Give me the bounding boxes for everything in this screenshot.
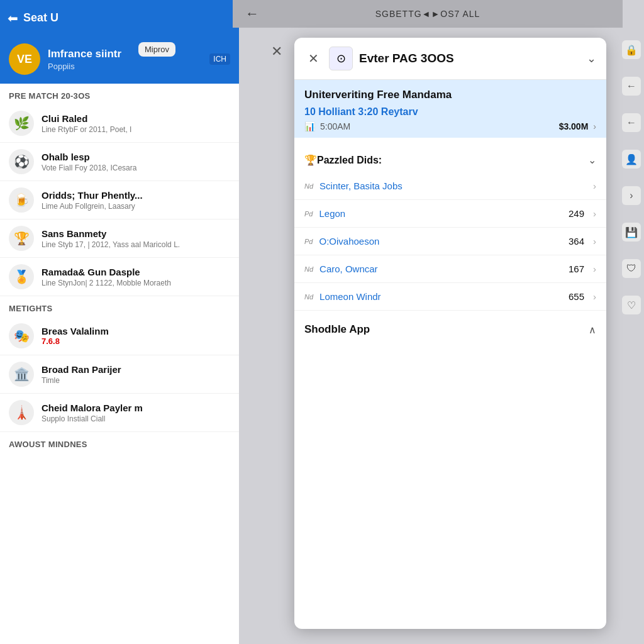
nav-row-count: 655 [569, 291, 584, 302]
nav-row-prefix: Nd [304, 265, 313, 273]
pazzled-nav-row[interactable]: Pd Legon 249 › [294, 200, 606, 228]
metight-list: 🎭 Breas Valalinm 7.6.8 🏛️ Broad Ran Pari… [0, 317, 239, 432]
shodble-title: Shodble App [304, 323, 370, 336]
nav-row-prefix: Pd [304, 210, 313, 218]
list-item-text: Ohalb lesp Vote Fiall Foy 2018, ICesara [42, 152, 230, 172]
user-header: VE Imfrance siintr Poppiis ICH [0, 36, 239, 84]
pazzled-chevron-icon[interactable]: ⌄ [588, 154, 596, 166]
user-subtitle: Poppiis [48, 62, 121, 71]
metight-item-subtitle: 7.6.8 [42, 336, 230, 346]
list-item-logo: ⚽ [9, 149, 34, 174]
list-item-subtitle: Lime Aub Follgrein, Laasary [42, 202, 230, 211]
list-item[interactable]: 🍺 Oridds; Thur Phently... Lime Aub Follg… [0, 181, 239, 219]
nav-row-count: 249 [569, 208, 584, 219]
nav-row-arrow-icon: › [593, 264, 596, 274]
background-app: ⬅ Seat U Miprov VE Imfrance siintr Poppi… [0, 0, 239, 644]
featured-time: 5:00AM [320, 121, 350, 131]
bg-back-icon[interactable]: ⬅ [8, 11, 18, 26]
list-item-subtitle: Vote Fiall Foy 2018, ICesara [42, 164, 230, 172]
pazzled-section-header: 🏆Pazzled Dids: ⌄ [294, 145, 606, 172]
miprov-badge[interactable]: Miprov [138, 42, 175, 57]
status-bar: ← SGBETTG◄►OS7 ALL [233, 0, 623, 28]
list-item-logo: 🍺 [9, 187, 34, 213]
metight-item[interactable]: 🎭 Breas Valalinm 7.6.8 [0, 317, 239, 355]
lock-icon[interactable]: 🔒 [622, 40, 641, 59]
user-name: Imfrance siintr [48, 48, 121, 60]
metight-item-logo: 🗼 [9, 400, 34, 425]
metight-item-text: Breas Valalinm 7.6.8 [42, 326, 230, 346]
right-icons-panel: 🔒 ← ← 👤 › 💾 🛡 ♡ [619, 28, 644, 644]
metight-item-subtitle: Supplo Instiall Ciall [42, 414, 230, 423]
pazzled-nav-row[interactable]: Nd Lomeon Windr 655 › [294, 283, 606, 311]
list-item-title: Sans Banmety [42, 228, 230, 239]
featured-price: $3.00M [559, 121, 589, 131]
shodble-section-header[interactable]: Shodble App ∧ [294, 314, 606, 342]
pazzled-nav-row[interactable]: Nd Scinter, Basita Jobs › [294, 172, 606, 200]
list-item-title: Ohalb lesp [42, 152, 230, 162]
metight-item-title: Broad Ran Parijer [42, 364, 230, 375]
list-item[interactable]: 🏆 Sans Banmety Line Styb 17, | 2012, Yas… [0, 219, 239, 258]
modal-panel: ✕ ⊙ Evter PAG 3OOS ⌄ Uniterveriting Free… [294, 38, 606, 629]
metight-item-text: Broad Ran Parijer Timle [42, 364, 230, 385]
nav-row-arrow-icon: › [593, 291, 596, 302]
list-item-text: Sans Banmety Line Styb 17, | 2012, Yass … [42, 228, 230, 249]
back2-icon[interactable]: ← [622, 113, 641, 132]
bg-app-title: Seat U [23, 11, 58, 25]
nav-row-prefix: Nd [304, 182, 313, 190]
metight-item-text: Cheid Malora Payler m Supplo Instiall Ci… [42, 402, 230, 423]
list-item-title: Oridds; Thur Phently... [42, 190, 230, 201]
metight-item-logo: 🎭 [9, 323, 34, 348]
awoust-label: AWOUST MINDNES [0, 432, 239, 453]
list-item-text: Ramada& Gun Dasple Line StynJon| 2 1122,… [42, 267, 230, 287]
metight-item[interactable]: 🗼 Cheid Malora Payler m Supplo Instiall … [0, 394, 239, 432]
list-item-text: Oridds; Thur Phently... Lime Aub Follgre… [42, 190, 230, 211]
save-icon[interactable]: 💾 [622, 223, 641, 242]
pazzled-nav-row[interactable]: Pd O:Oivahoeson 364 › [294, 228, 606, 255]
metight-item-logo: 🏛️ [9, 362, 34, 387]
list-item[interactable]: 🏅 Ramada& Gun Dasple Line StynJon| 2 112… [0, 258, 239, 296]
list-item[interactable]: ⚽ Ohalb lesp Vote Fiall Foy 2018, ICesar… [0, 143, 239, 181]
metight-item-subtitle: Timle [42, 376, 230, 385]
list-item-text: Clui Raled Line RtybF or 2011, Poet, I [42, 113, 230, 134]
metight-item-title: Breas Valalinm [42, 326, 230, 336]
modal-body: Uniterveriting Free Mandama 10 Holliant … [294, 80, 606, 629]
featured-subtitle[interactable]: 10 Holliant 3:20 Reytarv [304, 106, 596, 118]
list-item-subtitle: Line Styb 17, | 2012, Yass aal Maricold … [42, 240, 230, 249]
forward-icon[interactable]: › [622, 186, 641, 205]
pazzled-title: 🏆Pazzled Dids: [304, 154, 382, 166]
featured-row-arrow[interactable]: › [593, 121, 596, 131]
pazzled-nav-row[interactable]: Nd Caro, Owncar 167 › [294, 255, 606, 283]
pre-match-label: PRE MATCH 20-3OS [0, 84, 239, 104]
nav-row-label: Lomeon Windr [319, 291, 566, 302]
user-badge: ICH [209, 53, 230, 65]
heart-icon[interactable]: ♡ [622, 296, 641, 314]
nav-row-label: Legon [319, 208, 566, 219]
status-back-arrow[interactable]: ← [245, 6, 259, 22]
modal-title: Evter PAG 3OOS [359, 52, 580, 65]
modal-chevron-icon[interactable]: ⌄ [587, 52, 596, 65]
nav-row-prefix: Pd [304, 238, 313, 245]
nav-row-prefix: Nd [304, 293, 313, 301]
list-item[interactable]: 🌿 Clui Raled Line RtybF or 2011, Poet, I [0, 104, 239, 143]
shield-icon[interactable]: 🛡 [622, 259, 641, 278]
modal-header: ✕ ⊙ Evter PAG 3OOS ⌄ [294, 38, 606, 80]
featured-chart-icon: 📊 [304, 121, 315, 131]
metights-label: METIGHTS [0, 296, 239, 317]
list-item-logo: 🏅 [9, 264, 34, 289]
user-icon[interactable]: 👤 [622, 150, 641, 169]
list-item-logo: 🌿 [9, 111, 34, 136]
list-item-title: Ramada& Gun Dasple [42, 267, 230, 277]
metight-item-title: Cheid Malora Payler m [42, 402, 230, 413]
modal-logo: ⊙ [329, 47, 353, 70]
metight-item[interactable]: 🏛️ Broad Ran Parijer Timle [0, 355, 239, 394]
nav-row-arrow-icon: › [593, 208, 596, 219]
nav-row-label: O:Oivahoeson [319, 236, 566, 247]
bg-close-button[interactable]: ✕ [263, 38, 291, 65]
bg-top-bar: ⬅ Seat U [0, 0, 239, 36]
featured-title: Uniterveriting Free Mandama [304, 89, 596, 101]
shodble-chevron-icon[interactable]: ∧ [589, 324, 596, 336]
featured-row: 📊 5:00AM $3.00M › [304, 121, 596, 131]
pazzled-rows: Nd Scinter, Basita Jobs › Pd Legon 249 ›… [294, 172, 606, 311]
modal-close-button[interactable]: ✕ [304, 50, 323, 67]
back-icon[interactable]: ← [622, 77, 641, 96]
